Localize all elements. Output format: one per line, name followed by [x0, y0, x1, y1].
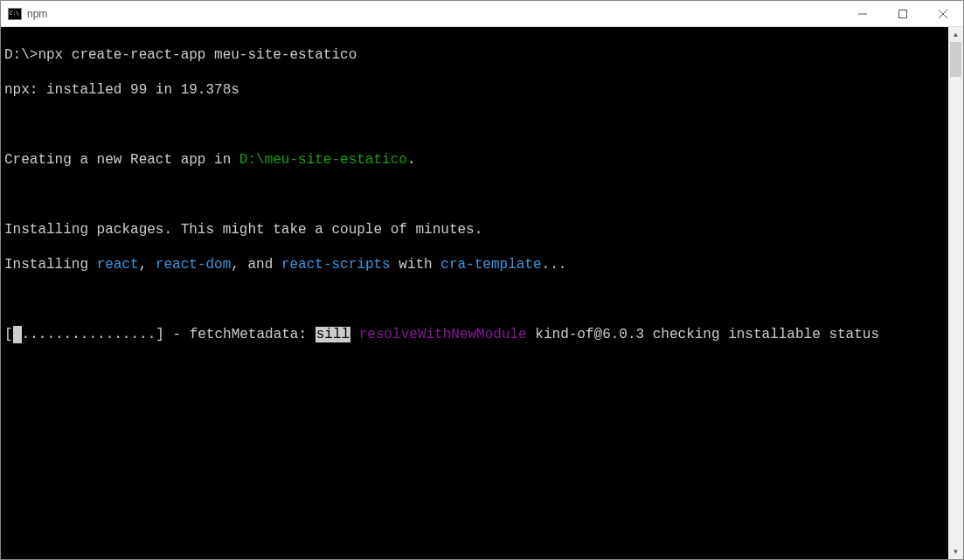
terminal-line: Creating a new React app in D:\meu-site-…: [4, 151, 948, 169]
package-name: react-scripts: [281, 257, 391, 273]
text: Installing: [4, 257, 97, 273]
sill-tag: sill: [316, 327, 350, 342]
text: Creating a new React app in: [4, 152, 239, 168]
terminal-line: npx: installed 99 in 19.378s: [4, 81, 948, 99]
terminal-line: Installing packages. This might take a c…: [4, 221, 948, 239]
prompt: D:\>: [4, 47, 38, 63]
terminal-blank-line: [4, 186, 948, 204]
path-text: D:\meu-site-estatico: [239, 152, 407, 168]
window-controls: [843, 1, 963, 26]
terminal-blank-line: [4, 291, 948, 308]
text: with: [391, 257, 441, 273]
package-name: react: [97, 257, 139, 273]
svg-rect-1: [899, 10, 907, 17]
resolve-text: resolveWithNewModule: [350, 327, 527, 342]
scroll-down-arrow-icon[interactable]: ▼: [948, 544, 963, 559]
terminal-output[interactable]: D:\>npx create-react-app meu-site-estati…: [1, 27, 948, 559]
status-text: kind-of@6.0.3 checking installable statu…: [527, 327, 879, 342]
vertical-scrollbar[interactable]: ▲ ▼: [948, 27, 963, 559]
text: , and: [231, 257, 281, 273]
close-button[interactable]: [923, 1, 963, 26]
scrollbar-thumb[interactable]: [950, 42, 961, 77]
window-title: npm: [27, 8, 843, 20]
terminal-line: Installing react, react-dom, and react-s…: [4, 256, 948, 273]
terminal-blank-line: [4, 116, 948, 134]
maximize-button[interactable]: [883, 1, 923, 26]
scrollbar-track[interactable]: [948, 42, 963, 544]
command-text: npx create-react-app meu-site-estatico: [38, 47, 357, 63]
terminal-progress-line: [ ................] - fetchMetadata: sil…: [4, 326, 948, 343]
minimize-button[interactable]: [843, 1, 883, 26]
text: ,: [139, 257, 156, 273]
terminal-icon: [8, 7, 22, 21]
progress-close: ] - fetchMetadata:: [156, 327, 315, 342]
template-name: cra-template: [440, 257, 541, 273]
progress-open: [: [4, 327, 13, 342]
progress-dots: ................: [22, 327, 156, 342]
progress-fill: [13, 326, 22, 343]
terminal-line: D:\>npx create-react-app meu-site-estati…: [4, 46, 948, 64]
terminal-area: D:\>npx create-react-app meu-site-estati…: [1, 27, 963, 559]
package-name: react-dom: [156, 257, 231, 273]
window-titlebar: npm: [1, 1, 963, 27]
scroll-up-arrow-icon[interactable]: ▲: [948, 27, 963, 42]
text: .: [407, 152, 416, 168]
text: ...: [542, 257, 567, 273]
